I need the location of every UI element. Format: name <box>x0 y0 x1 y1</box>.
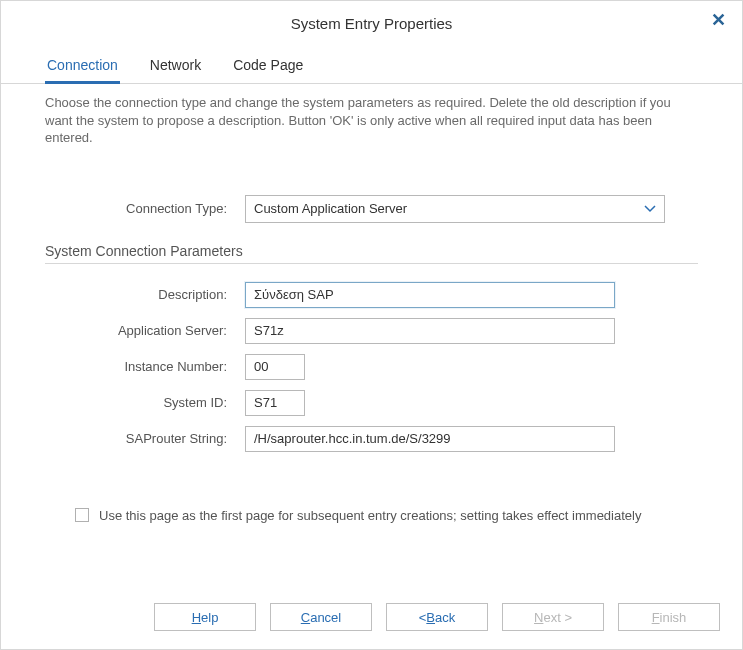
dropdown-connection-type[interactable]: Custom Application Server <box>245 195 665 223</box>
next-button: Next > <box>502 603 604 631</box>
input-description[interactable] <box>245 282 615 308</box>
wizard-button-bar: Help Cancel < Back Next > Finish <box>1 603 742 649</box>
close-icon[interactable]: ✕ <box>711 11 726 29</box>
label-appserver: Application Server: <box>45 323 245 338</box>
label-system-id: System ID: <box>45 395 245 410</box>
row-saprouter: SAProuter String: <box>45 426 698 452</box>
row-appserver: Application Server: <box>45 318 698 344</box>
tab-connection[interactable]: Connection <box>45 51 120 84</box>
tab-network[interactable]: Network <box>148 51 203 84</box>
checkbox-first-page[interactable] <box>75 508 89 522</box>
dropdown-connection-type-value: Custom Application Server <box>254 201 407 216</box>
tab-bar: Connection Network Code Page <box>1 51 742 84</box>
back-button[interactable]: < Back <box>386 603 488 631</box>
label-connection-type: Connection Type: <box>45 201 245 216</box>
input-system-id[interactable] <box>245 390 305 416</box>
label-instance-number: Instance Number: <box>45 359 245 374</box>
system-entry-properties-dialog: System Entry Properties ✕ Connection Net… <box>0 0 743 650</box>
label-saprouter: SAProuter String: <box>45 431 245 446</box>
chevron-down-icon <box>644 202 656 216</box>
dialog-titlebar: System Entry Properties ✕ <box>1 1 742 45</box>
row-system-id: System ID: <box>45 390 698 416</box>
label-first-page-checkbox: Use this page as the first page for subs… <box>99 508 641 523</box>
input-instance-number[interactable] <box>245 354 305 380</box>
section-divider <box>45 263 698 264</box>
section-title-connection-params: System Connection Parameters <box>45 243 698 259</box>
tab-code-page[interactable]: Code Page <box>231 51 305 84</box>
dialog-title: System Entry Properties <box>291 15 453 32</box>
tab-content: Choose the connection type and change th… <box>1 84 742 603</box>
row-instance-number: Instance Number: <box>45 354 698 380</box>
input-application-server[interactable] <box>245 318 615 344</box>
finish-button: Finish <box>618 603 720 631</box>
help-button[interactable]: Help <box>154 603 256 631</box>
input-saprouter-string[interactable] <box>245 426 615 452</box>
row-description: Description: <box>45 282 698 308</box>
row-first-page-checkbox: Use this page as the first page for subs… <box>75 508 698 523</box>
cancel-button[interactable]: Cancel <box>270 603 372 631</box>
row-connection-type: Connection Type: Custom Application Serv… <box>45 195 698 223</box>
help-text: Choose the connection type and change th… <box>45 94 698 147</box>
label-description: Description: <box>45 287 245 302</box>
